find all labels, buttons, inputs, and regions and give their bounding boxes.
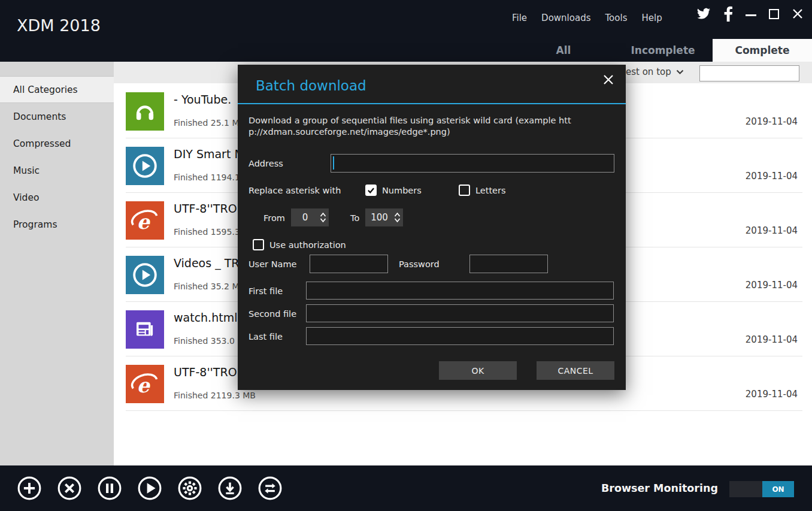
file-date: 2019-11-04 <box>746 389 798 400</box>
dialog-description: Download a group of sequential files usi… <box>249 115 575 138</box>
to-value: 100 <box>365 212 393 223</box>
menu-file[interactable]: File <box>512 13 527 23</box>
menu-bar: File Downloads Tools Help <box>512 13 662 23</box>
from-label: From <box>263 213 285 223</box>
replace-asterisk-label: Replace asterisk with <box>249 186 341 195</box>
sidebar-item-music[interactable]: Music <box>0 157 114 184</box>
file-title: - YouTube. <box>174 93 231 106</box>
spinner-arrows-icon[interactable] <box>319 212 329 223</box>
sidebar-item-programs[interactable]: Programs <box>0 211 114 238</box>
file-title: Videos _ TR <box>174 256 240 270</box>
use-authorization-checkbox[interactable] <box>253 239 264 250</box>
numbers-label: Numbers <box>382 186 422 195</box>
letters-label: Letters <box>475 186 506 195</box>
batch-download-dialog: Batch download Download a group of seque… <box>238 65 626 390</box>
explorer-icon: e <box>126 201 164 240</box>
view-tabs: All Incomplete Complete <box>514 39 812 62</box>
resume-icon[interactable] <box>137 476 162 501</box>
sort-dropdown[interactable]: est on top <box>626 66 684 77</box>
facebook-icon[interactable] <box>723 6 733 22</box>
close-icon[interactable] <box>792 8 804 20</box>
file-date: 2019-11-04 <box>746 334 798 345</box>
cancel-button[interactable]: CANCEL <box>537 361 614 380</box>
file-date: 2019-11-04 <box>746 116 798 127</box>
toggle-track <box>729 481 762 497</box>
file-date: 2019-11-04 <box>746 171 798 182</box>
first-file-label: First file <box>249 286 283 296</box>
last-file-input[interactable] <box>306 327 614 345</box>
sort-label: est on top <box>626 66 671 77</box>
tab-complete[interactable]: Complete <box>713 39 812 62</box>
first-file-input[interactable] <box>306 282 614 300</box>
file-title: UTF-8''TRO <box>174 365 237 379</box>
category-sidebar: All Categories Documents Compressed Musi… <box>0 62 114 465</box>
use-authorization-label: Use authorization <box>269 240 346 250</box>
to-label: To <box>350 213 359 223</box>
menu-tools[interactable]: Tools <box>605 13 628 23</box>
last-file-label: Last file <box>249 332 283 341</box>
browser-monitoring-label: Browser Monitoring <box>601 482 718 494</box>
file-status: Finished 1194.1 <box>174 173 240 182</box>
sidebar-item-all-categories[interactable]: All Categories <box>0 76 114 103</box>
download-icon[interactable] <box>217 476 243 501</box>
row-divider <box>126 410 802 411</box>
app-title: XDM 2018 <box>17 16 101 35</box>
minimize-icon[interactable] <box>746 12 756 16</box>
address-label: Address <box>249 159 283 168</box>
text-caret <box>333 156 334 170</box>
delete-icon[interactable] <box>57 476 82 501</box>
dialog-accent-rule <box>238 103 626 104</box>
username-label: User Name <box>249 259 296 269</box>
second-file-input[interactable] <box>306 304 614 322</box>
pause-icon[interactable] <box>97 476 122 501</box>
browser-monitoring-toggle[interactable]: ON <box>729 481 794 497</box>
ok-button[interactable]: OK <box>439 361 517 380</box>
from-value: 0 <box>291 212 319 223</box>
news-icon <box>126 310 164 349</box>
to-spinner[interactable]: 100 <box>365 208 403 226</box>
file-date: 2019-11-04 <box>746 280 798 291</box>
file-status: Finished 1595.3 <box>174 227 240 237</box>
headphones-icon <box>126 92 164 131</box>
tab-all[interactable]: All <box>514 39 613 62</box>
sidebar-item-video[interactable]: Video <box>0 184 114 211</box>
tab-incomplete[interactable]: Incomplete <box>613 39 713 62</box>
from-spinner[interactable]: 0 <box>291 208 329 226</box>
address-input[interactable] <box>331 154 614 173</box>
file-status: Finished 25.1 M <box>174 118 240 128</box>
file-title: UTF-8''TRO <box>174 202 237 215</box>
dialog-title: Batch download <box>256 78 366 93</box>
username-input[interactable] <box>310 255 388 273</box>
toggle-state: ON <box>762 481 794 497</box>
play-icon <box>126 256 164 294</box>
password-label: Password <box>399 259 440 269</box>
add-download-icon[interactable] <box>17 476 42 501</box>
numbers-checkbox[interactable] <box>365 185 377 196</box>
window-controls <box>696 6 804 22</box>
explorer-icon: e <box>126 365 164 403</box>
dialog-close-icon[interactable] <box>601 72 616 87</box>
file-title: DIY Smart M <box>174 147 244 161</box>
search-box <box>699 65 799 81</box>
menu-downloads[interactable]: Downloads <box>541 13 590 23</box>
maximize-icon[interactable] <box>769 9 779 19</box>
file-title: watch.html <box>174 311 237 324</box>
spinner-arrows-icon[interactable] <box>393 212 403 223</box>
search-input[interactable] <box>700 66 809 81</box>
title-bar: XDM 2018 File Downloads Tools Help All I… <box>0 0 812 62</box>
password-input[interactable] <box>469 255 548 273</box>
chevron-down-icon <box>676 69 684 75</box>
menu-help[interactable]: Help <box>641 13 662 23</box>
file-date: 2019-11-04 <box>746 225 798 236</box>
twitter-icon[interactable] <box>696 7 711 21</box>
letters-checkbox[interactable] <box>459 185 470 196</box>
play-icon <box>126 147 164 185</box>
sidebar-item-compressed[interactable]: Compressed <box>0 130 114 157</box>
action-toolbar: Browser Monitoring ON <box>0 465 812 511</box>
move-icon[interactable] <box>257 476 283 501</box>
second-file-label: Second file <box>249 309 296 319</box>
sidebar-item-documents[interactable]: Documents <box>0 103 114 130</box>
file-status: Finished 2119.3 MB <box>174 391 256 400</box>
settings-icon[interactable] <box>177 476 202 501</box>
check-icon <box>366 186 375 195</box>
